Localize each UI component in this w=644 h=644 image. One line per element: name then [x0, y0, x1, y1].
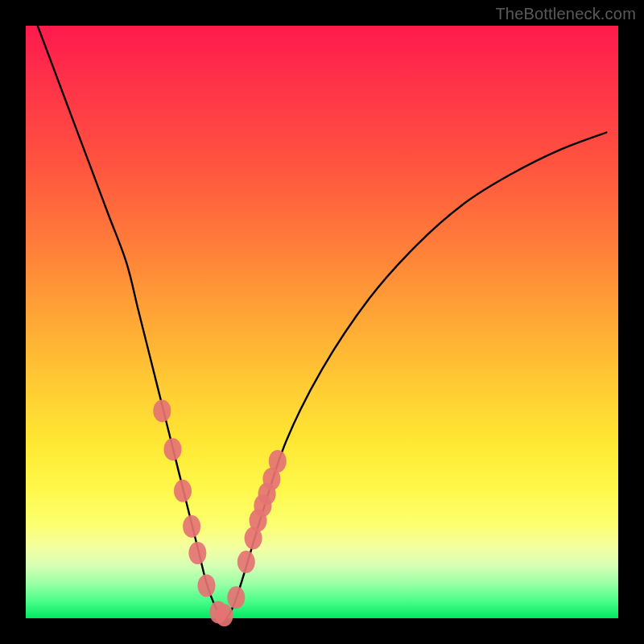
watermark-text: TheBottleneck.com: [495, 5, 636, 23]
marker-point: [188, 542, 206, 564]
marker-group: [153, 399, 286, 626]
bottleneck-curve: [38, 26, 607, 618]
marker-point: [198, 575, 216, 597]
marker-point: [237, 551, 255, 573]
marker-point: [153, 399, 171, 422]
marker-point: [269, 450, 287, 473]
marker-point: [183, 515, 200, 538]
curve-svg: [26, 26, 618, 618]
marker-point: [164, 438, 182, 460]
marker-point: [227, 586, 245, 609]
marker-point: [174, 480, 192, 502]
marker-point: [216, 604, 233, 626]
plot-area: [26, 26, 618, 618]
chart-canvas: TheBottleneck.com: [0, 0, 644, 644]
